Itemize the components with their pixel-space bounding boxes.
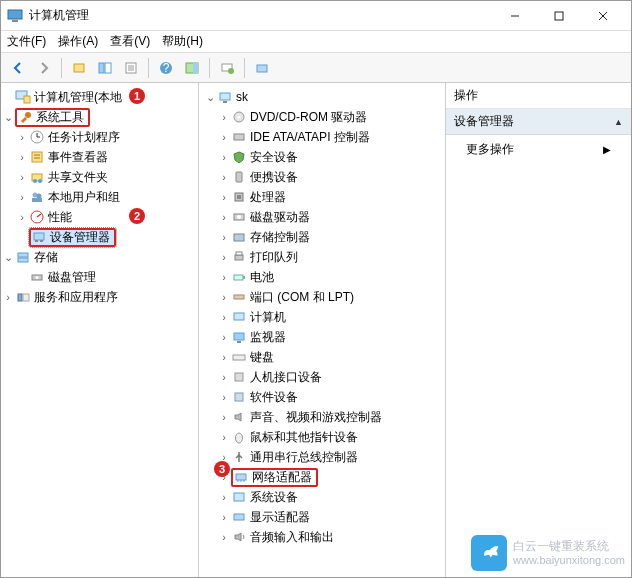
expand-icon[interactable]: › [15,151,29,163]
device-batteries[interactable]: ›电池 [199,267,445,287]
up-button[interactable] [68,57,90,79]
expand-icon[interactable]: › [217,391,231,403]
device-dvd[interactable]: ›DVD/CD-ROM 驱动器 [199,107,445,127]
tree-services-applications[interactable]: › 服务和应用程序 [1,287,198,307]
add-legacy-hardware-button[interactable] [251,57,273,79]
properties-button[interactable] [120,57,142,79]
expand-icon[interactable]: › [217,151,231,163]
tree-label: 设备管理器 [50,229,110,246]
device-print-queues[interactable]: ›打印队列 [199,247,445,267]
device-audio-io[interactable]: ›音频输入和输出 [199,527,445,547]
expand-icon[interactable]: › [217,431,231,443]
device-network-adapters[interactable]: › 网络适配器 [199,467,445,487]
expand-icon[interactable]: › [15,171,29,183]
menu-help[interactable]: 帮助(H) [162,33,203,50]
expand-icon[interactable]: › [217,291,231,303]
tree-performance[interactable]: › 性能 [1,207,198,227]
expand-icon[interactable]: › [217,211,231,223]
device-processors[interactable]: ›处理器 [199,187,445,207]
device-monitors[interactable]: ›监视器 [199,327,445,347]
shield-icon [231,149,247,165]
device-computer[interactable]: ›计算机 [199,307,445,327]
expand-icon[interactable]: › [1,291,15,303]
device-root[interactable]: ⌄ sk [199,87,445,107]
scan-hardware-button[interactable] [216,57,238,79]
tree-shared-folders[interactable]: › 共享文件夹 [1,167,198,187]
expand-icon[interactable]: › [217,131,231,143]
expand-icon[interactable]: › [217,231,231,243]
device-system[interactable]: ›系统设备 [199,487,445,507]
collapse-icon[interactable]: ▲ [614,117,623,127]
expand-icon[interactable]: › [217,111,231,123]
expand-icon[interactable]: ⌄ [1,111,15,124]
device-tree[interactable]: ⌄ sk ›DVD/CD-ROM 驱动器 ›IDE ATA/ATAPI 控制器 … [199,83,446,578]
tree-label: 服务和应用程序 [34,289,118,306]
expand-icon[interactable]: › [217,331,231,343]
expand-icon[interactable]: › [15,191,29,203]
tree-device-manager[interactable]: 设备管理器 [1,227,198,247]
tree-local-users-groups[interactable]: › 本地用户和组 [1,187,198,207]
device-display-adapters[interactable]: ›显示适配器 [199,507,445,527]
tree-root-computer-management[interactable]: 计算机管理(本地 [1,87,198,107]
device-mouse[interactable]: ›鼠标和其他指针设备 [199,427,445,447]
device-sound[interactable]: ›声音、视频和游戏控制器 [199,407,445,427]
expand-icon[interactable]: › [217,531,231,543]
expand-icon[interactable]: › [217,491,231,503]
tree-label: 便携设备 [250,169,298,186]
tree-event-viewer[interactable]: › 事件查看器 [1,147,198,167]
tree-label: 端口 (COM 和 LPT) [250,289,354,306]
expand-icon[interactable]: › [217,191,231,203]
dvd-icon [231,109,247,125]
menu-file[interactable]: 文件(F) [7,33,46,50]
tree-disk-management[interactable]: 磁盘管理 [1,267,198,287]
device-portable[interactable]: ›便携设备 [199,167,445,187]
menu-action[interactable]: 操作(A) [58,33,98,50]
expand-icon[interactable]: › [217,251,231,263]
actions-more-menu[interactable]: 更多操作 ▶ [446,135,631,164]
expand-icon[interactable]: › [217,371,231,383]
expand-icon[interactable]: › [217,351,231,363]
device-ports[interactable]: ›端口 (COM 和 LPT) [199,287,445,307]
svg-rect-61 [234,295,244,299]
close-button[interactable] [581,1,625,31]
expand-icon[interactable]: › [217,411,231,423]
device-ide[interactable]: ›IDE ATA/ATAPI 控制器 [199,127,445,147]
device-keyboards[interactable]: ›键盘 [199,347,445,367]
tree-label: 鼠标和其他指针设备 [250,429,358,446]
expand-icon[interactable]: › [217,311,231,323]
back-button[interactable] [7,57,29,79]
svg-rect-58 [236,252,242,255]
minimize-button[interactable] [493,1,537,31]
device-software-devices[interactable]: ›软件设备 [199,387,445,407]
device-hid[interactable]: ›人机接口设备 [199,367,445,387]
submenu-arrow-icon: ▶ [603,144,611,155]
expand-icon[interactable]: › [15,131,29,143]
device-usb-controllers[interactable]: ›通用串行总线控制器 [199,447,445,467]
tree-task-scheduler[interactable]: › 任务计划程序 [1,127,198,147]
show-hide-tree-button[interactable] [94,57,116,79]
forward-button[interactable] [33,57,55,79]
maximize-button[interactable] [537,1,581,31]
expand-icon[interactable]: ⌄ [1,251,15,264]
tree-storage[interactable]: ⌄ 存储 [1,247,198,267]
console-tree[interactable]: 计算机管理(本地 1 ⌄ 系统工具 › 任务计划程序 › 事件查看器 › 共享文… [1,83,199,578]
watermark: 白云一键重装系统 www.baiyunxitong.com [471,535,625,571]
help-button[interactable]: ? [155,57,177,79]
expand-icon[interactable]: › [15,211,29,223]
menu-view[interactable]: 查看(V) [110,33,150,50]
expand-icon[interactable]: ⌄ [203,91,217,104]
expand-icon[interactable]: › [217,171,231,183]
svg-point-31 [38,179,42,183]
tree-label: 存储控制器 [250,229,310,246]
expand-icon[interactable]: › [217,511,231,523]
device-storage-controllers[interactable]: ›存储控制器 [199,227,445,247]
tree-system-tools[interactable]: ⌄ 系统工具 [1,107,198,127]
software-device-icon [231,389,247,405]
action-pane-button[interactable] [181,57,203,79]
expand-icon[interactable]: › [217,271,231,283]
cpu-icon [231,189,247,205]
actions-section-header[interactable]: 设备管理器 ▲ [446,109,631,135]
device-security[interactable]: ›安全设备 [199,147,445,167]
device-disk-drives[interactable]: ›磁盘驱动器 [199,207,445,227]
svg-rect-41 [18,258,28,262]
